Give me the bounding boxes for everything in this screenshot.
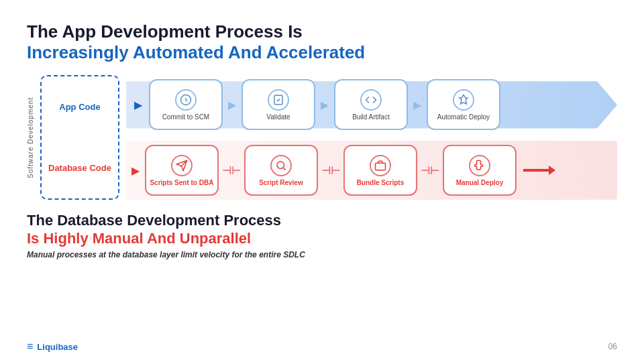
manual-icon <box>469 155 490 176</box>
arrow3: ▶ <box>413 99 421 111</box>
dbl-bar1: ⊣⊢ <box>222 164 241 177</box>
liquibase-icon: ≡ <box>27 341 33 353</box>
code-box: App Code Database Code <box>40 75 119 200</box>
step-manual: Manual Deploy <box>443 145 517 196</box>
scripts-label: Scripts Sent to DBA <box>150 179 213 187</box>
autodeploy-icon <box>453 89 474 111</box>
svg-line-3 <box>283 168 285 170</box>
arrow2: ▶ <box>321 99 329 111</box>
step-commit: Commit to SCM <box>149 79 223 130</box>
db-connector-arrow: ▶ <box>131 164 140 177</box>
header-line2: Increasingly Automated And Accelerated <box>27 42 617 63</box>
bottom-subtitle: Manual processes at the database layer l… <box>27 250 617 259</box>
app-row: ▶ Commit to SCM ▶ <box>126 75 617 134</box>
app-code-label: App Code <box>59 102 100 113</box>
step-scripts: Scripts Sent to DBA <box>145 145 219 196</box>
dbl-bar3: ⊣⊢ <box>421 164 439 177</box>
bundle-icon <box>370 155 391 176</box>
vertical-label: Software Development <box>27 75 36 200</box>
step-review: Script Review <box>244 145 318 196</box>
footer: ≡ Liquibase 06 <box>27 341 617 353</box>
validate-label: Validate <box>266 113 290 121</box>
header-line1: The App Development Process Is <box>27 21 617 42</box>
db-end-arrow <box>523 169 550 172</box>
build-icon <box>360 89 382 111</box>
diagram-area: Software Development App Code Database C… <box>27 75 617 200</box>
db-row-content: ▶ Scripts Sent to DBA ⊣⊢ <box>126 145 617 196</box>
db-row: ▶ Scripts Sent to DBA ⊣⊢ <box>126 141 617 200</box>
footer-logo: ≡ Liquibase <box>27 341 78 353</box>
commit-icon <box>175 89 197 111</box>
bundle-label: Bundle Scripts <box>357 179 405 187</box>
commit-label: Commit to SCM <box>162 113 210 121</box>
footer-page: 06 <box>608 342 617 351</box>
autodeploy-label: Automatic Deploy <box>437 113 490 121</box>
step-autodeploy: Automatic Deploy <box>427 79 500 130</box>
manual-label: Manual Deploy <box>456 179 504 187</box>
logo-text: Liquibase <box>37 342 78 352</box>
db-code-label: Database Code <box>48 163 111 174</box>
validate-icon <box>268 89 289 111</box>
arrow1: ▶ <box>228 99 236 111</box>
build-label: Build Artifact <box>352 113 390 121</box>
review-icon <box>270 155 292 176</box>
dbl-bar2: ⊣⊢ <box>321 164 340 177</box>
app-row-content: ▶ Commit to SCM ▶ <box>126 79 617 130</box>
svg-rect-4 <box>375 164 385 171</box>
step-bundle: Bundle Scripts <box>343 145 417 196</box>
rows-container: ▶ Commit to SCM ▶ <box>126 75 617 200</box>
slide: The App Development Process Is Increasin… <box>0 0 644 362</box>
app-connector-arrow: ▶ <box>134 99 142 111</box>
review-label: Script Review <box>259 179 303 187</box>
scripts-icon <box>171 155 193 176</box>
bottom-line2: Is Highly Manual And Unparallel <box>27 230 617 247</box>
step-validate: Validate <box>241 79 315 130</box>
svg-point-2 <box>277 162 284 169</box>
step-build: Build Artifact <box>334 79 408 130</box>
header: The App Development Process Is Increasin… <box>27 21 617 63</box>
bottom-line1: The Database Development Process <box>27 212 617 229</box>
bottom-section: The Database Development Process Is High… <box>27 212 617 259</box>
